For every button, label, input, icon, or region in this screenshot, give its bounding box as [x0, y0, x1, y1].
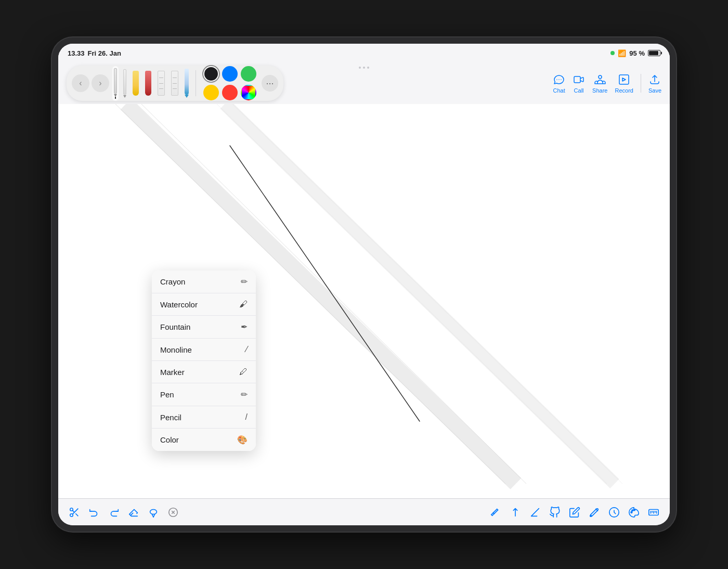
brush3-icon [549, 507, 561, 518]
ruler-button[interactable] [648, 507, 659, 518]
menu-item-fountain[interactable]: Fountain ✒ [152, 316, 256, 339]
svg-line-12 [72, 510, 74, 512]
canvas-svg [58, 104, 670, 498]
blue-pen-tip [185, 95, 189, 98]
tool-pencil2[interactable] [122, 67, 128, 100]
save-button[interactable]: Save [648, 73, 661, 94]
share-icon [594, 73, 606, 86]
status-right: 📶 95 % [610, 49, 660, 57]
nav-back-button[interactable]: ‹ [72, 74, 89, 92]
chat-label: Chat [553, 87, 565, 94]
menu-item-color[interactable]: Color 🎨 [152, 429, 256, 451]
svg-line-6 [232, 104, 622, 484]
color-swatches [201, 64, 258, 102]
menu-item-monoline[interactable]: Monoline ∕ [152, 339, 256, 361]
menu-item-pen[interactable]: Pen ✏ [152, 383, 256, 406]
nav-forward-button[interactable]: › [92, 74, 109, 92]
pencil1-mark [115, 97, 116, 99]
scissors-button[interactable] [69, 507, 80, 518]
menu-item-marker[interactable]: Marker 🖊 [152, 361, 256, 383]
angle-button[interactable] [529, 507, 541, 518]
green-dot [610, 51, 615, 55]
swatch-red[interactable] [222, 85, 238, 100]
right-toolbar: Chat Call Share [553, 73, 661, 94]
color-palette-icon: 🎨 [237, 435, 248, 445]
tool-marker-yellow[interactable] [131, 69, 140, 98]
ipad-frame: 13.33 Fri 26. Jan 📶 95 % [52, 37, 676, 532]
undo-button[interactable] [88, 507, 100, 518]
tool-ruler2[interactable] [170, 69, 180, 98]
chat-button[interactable]: Chat [553, 73, 565, 94]
menu-label-marker: Marker [160, 368, 185, 377]
redo-button[interactable] [108, 507, 120, 518]
brush2-button[interactable] [510, 507, 521, 518]
chat-icon [553, 73, 565, 86]
call-button[interactable]: Call [573, 73, 585, 94]
toolbar-separator [641, 74, 641, 93]
pencil2-tip [123, 95, 126, 98]
tool-pencil1[interactable] [112, 66, 119, 101]
swatch-blue[interactable] [222, 66, 238, 82]
drawing-toolbar: ‹ › [67, 66, 283, 101]
brush3-button[interactable] [549, 507, 561, 518]
brush1-icon [490, 507, 501, 518]
bottom-toolbar [58, 498, 670, 525]
pencil3-button[interactable] [569, 507, 580, 518]
swatch-yellow[interactable] [203, 85, 219, 100]
ruler2-visual [171, 71, 178, 96]
menu-item-pencil[interactable]: Pencil / [152, 406, 256, 429]
canvas-area[interactable]: Crayon ✏ Watercolor 🖌 Fountain ✒ Monolin… [58, 104, 670, 498]
eraser-button[interactable] [128, 507, 139, 518]
svg-line-4 [230, 146, 420, 421]
svg-point-9 [70, 513, 73, 516]
tool-marker-red[interactable] [144, 69, 153, 98]
pencil-icon: / [245, 412, 248, 422]
svg-point-19 [631, 511, 632, 513]
swatch-multicolor[interactable] [241, 85, 256, 100]
menu-label-monoline: Monoline [160, 345, 192, 354]
clear-icon [167, 507, 179, 518]
dot2 [363, 67, 365, 69]
record-icon [618, 73, 630, 86]
lasso-button[interactable] [148, 507, 159, 518]
swatch-black[interactable] [203, 66, 219, 82]
eraser-icon [128, 507, 139, 518]
brush1-button[interactable] [490, 507, 501, 518]
toolbar-divider [196, 70, 196, 96]
share-button[interactable]: Share [592, 73, 607, 94]
record-button[interactable]: Record [615, 73, 633, 94]
swatch-green[interactable] [241, 66, 256, 82]
marker-red-visual [145, 71, 151, 96]
eyedropper-button[interactable] [589, 507, 600, 518]
more-options-button[interactable]: ··· [262, 75, 278, 92]
svg-rect-0 [619, 75, 629, 84]
svg-line-7 [217, 104, 607, 484]
toolbar-area: ‹ › [58, 62, 670, 104]
clear-button[interactable] [167, 507, 179, 518]
tool-blue-pen[interactable] [183, 67, 190, 100]
eyedropper-icon [589, 507, 600, 518]
palette-button[interactable] [628, 507, 640, 518]
menu-label-crayon: Crayon [160, 277, 185, 286]
undo-icon [88, 507, 100, 518]
call-icon [573, 73, 585, 86]
svg-line-17 [596, 509, 598, 511]
status-left: 13.33 Fri 26. Jan [68, 49, 121, 57]
menu-label-pen: Pen [160, 390, 174, 399]
pencil1-visual [114, 68, 117, 94]
menu-label-pencil: Pencil [160, 413, 181, 422]
brush2-icon [510, 507, 521, 518]
eyedropper2-button[interactable] [608, 507, 620, 518]
menu-item-watercolor[interactable]: Watercolor 🖌 [152, 293, 256, 316]
top-dots [359, 67, 369, 69]
monoline-icon: ∕ [246, 345, 248, 354]
save-label: Save [648, 87, 661, 94]
tool-ruler1[interactable] [156, 69, 166, 98]
fountain-icon: ✒ [241, 322, 248, 332]
eyedropper2-icon [608, 507, 620, 518]
date-display: Fri 26. Jan [88, 49, 121, 57]
bottom-right-tools [490, 507, 659, 518]
menu-item-crayon[interactable]: Crayon ✏ [152, 270, 256, 293]
crayon-icon: ✏ [241, 277, 248, 287]
dropdown-menu: Crayon ✏ Watercolor 🖌 Fountain ✒ Monolin… [152, 270, 256, 451]
